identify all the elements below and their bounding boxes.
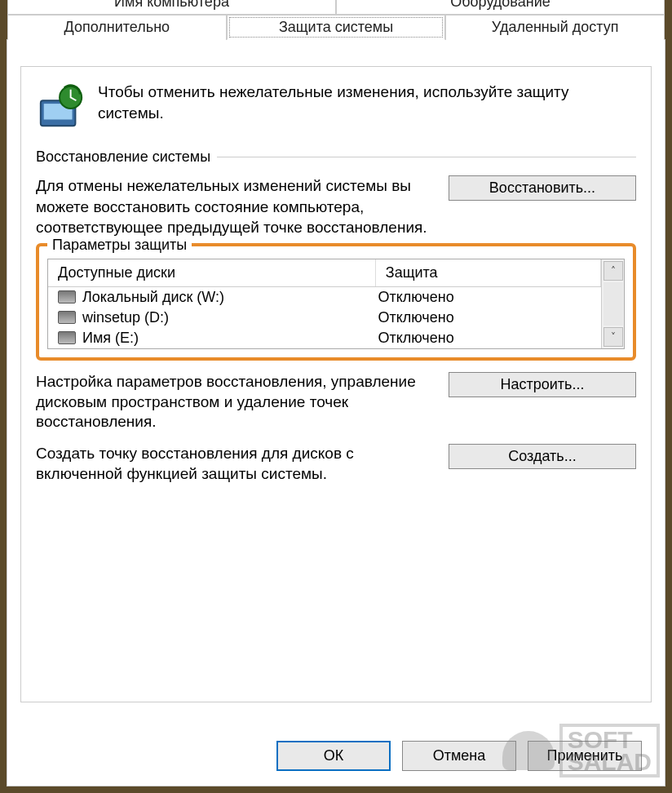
configure-description: Настройка параметров восстановления, упр… bbox=[36, 372, 434, 432]
tabs: Имя компьютера Оборудование Дополнительн… bbox=[7, 0, 665, 40]
chevron-up-icon: ˄ bbox=[611, 265, 616, 277]
drive-name: Локальный диск (W:) bbox=[82, 289, 224, 306]
restore-description: Для отмены нежелательных изменений систе… bbox=[36, 175, 434, 238]
drive-icon bbox=[58, 311, 76, 324]
create-description: Создать точку восстановления для дисков … bbox=[36, 444, 434, 484]
column-available-drives[interactable]: Доступные диски bbox=[48, 259, 376, 286]
tab-panel: Чтобы отменить нежелательные изменения, … bbox=[20, 66, 652, 702]
scroll-track[interactable] bbox=[603, 282, 623, 326]
create-row: Создать точку восстановления для дисков … bbox=[36, 444, 636, 484]
configure-button[interactable]: Настроить... bbox=[449, 372, 636, 397]
drive-table: Доступные диски Защита Локальный диск (W… bbox=[47, 259, 625, 349]
table-row[interactable]: Локальный диск (W:) Отключено bbox=[48, 287, 601, 308]
ok-button[interactable]: ОК bbox=[276, 741, 391, 771]
dialog-buttons: ОК Отмена Применить bbox=[276, 741, 642, 771]
system-properties-window: Свойства системы ✕ Имя компьютера Оборуд… bbox=[0, 0, 672, 793]
column-protection[interactable]: Защита bbox=[376, 259, 601, 286]
create-button[interactable]: Создать... bbox=[449, 444, 636, 469]
configure-row: Настройка параметров восстановления, упр… bbox=[36, 372, 636, 432]
table-row[interactable]: winsetup (D:) Отключено bbox=[48, 308, 601, 328]
protection-settings-frame: Параметры защиты Доступные диски Защита … bbox=[36, 243, 636, 361]
drive-status: Отключено bbox=[378, 309, 591, 326]
tab-advanced[interactable]: Дополнительно bbox=[7, 15, 227, 40]
drive-icon bbox=[58, 290, 76, 303]
scroll-up-button[interactable]: ˄ bbox=[603, 261, 623, 281]
restore-section: Для отмены нежелательных изменений систе… bbox=[36, 175, 636, 238]
table-row[interactable]: Имя (E:) Отключено bbox=[48, 328, 601, 348]
restore-button[interactable]: Восстановить... bbox=[449, 175, 636, 201]
intro-text: Чтобы отменить нежелательные изменения, … bbox=[98, 82, 636, 132]
tab-computer-name[interactable]: Имя компьютера bbox=[7, 0, 336, 15]
tab-hardware[interactable]: Оборудование bbox=[336, 0, 665, 15]
tab-system-protection[interactable]: Защита системы bbox=[227, 15, 446, 40]
drive-icon bbox=[58, 331, 76, 344]
restore-group-header: Восстановление системы bbox=[36, 148, 636, 166]
restore-group-title: Восстановление системы bbox=[36, 148, 210, 166]
drive-table-header: Доступные диски Защита bbox=[48, 259, 601, 287]
client-area: Имя компьютера Оборудование Дополнительн… bbox=[7, 39, 665, 786]
intro-row: Чтобы отменить нежелательные изменения, … bbox=[36, 82, 636, 132]
drive-name: Имя (E:) bbox=[82, 330, 139, 347]
drive-status: Отключено bbox=[378, 330, 591, 347]
chevron-down-icon: ˅ bbox=[611, 331, 616, 343]
tab-remote[interactable]: Удаленный доступ bbox=[445, 15, 665, 40]
cancel-button[interactable]: Отмена bbox=[402, 741, 516, 771]
scrollbar[interactable]: ˄ ˅ bbox=[601, 259, 624, 348]
scroll-down-button[interactable]: ˅ bbox=[603, 327, 623, 347]
drive-status: Отключено bbox=[378, 289, 591, 306]
apply-button[interactable]: Применить bbox=[528, 741, 642, 771]
protection-group-title: Параметры защиты bbox=[47, 237, 192, 254]
drive-name: winsetup (D:) bbox=[82, 309, 169, 326]
system-protection-icon bbox=[36, 82, 86, 132]
